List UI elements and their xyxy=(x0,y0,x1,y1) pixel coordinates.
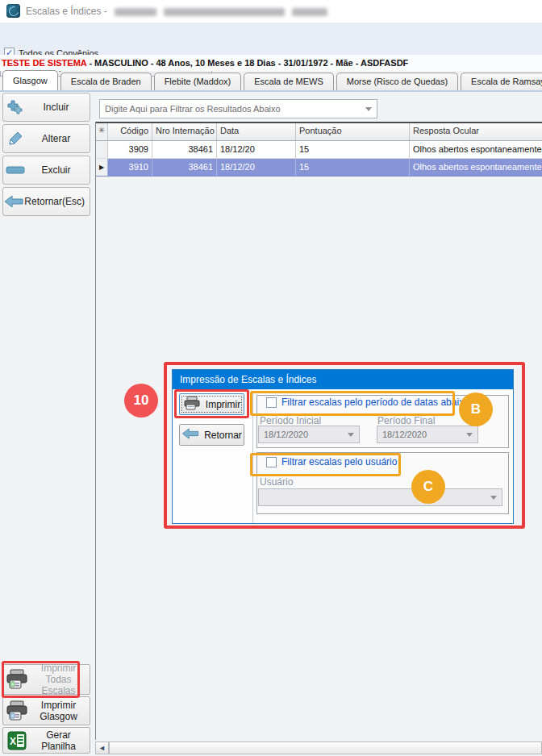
filter-user-checkbox[interactable] xyxy=(266,457,277,467)
cell-codigo: 3909 xyxy=(108,141,152,159)
horizontal-scrollbar[interactable]: ◄ xyxy=(95,741,542,754)
dialog-divider xyxy=(252,392,253,523)
retornar-esc-label: Retornar(Esc) xyxy=(24,196,90,207)
row-selector-header-icon[interactable]: ✳ xyxy=(96,123,108,140)
minus-icon xyxy=(3,166,27,174)
chevron-down-icon xyxy=(348,433,354,437)
convenios-strip: ✓ Todos os Convênios PARTICULAR xyxy=(0,23,542,55)
alterar-label: Alterar xyxy=(27,133,90,144)
imprimir-glasgow-button[interactable]: Imprimir Glasgow xyxy=(2,696,90,725)
add-plus-icon xyxy=(3,99,27,115)
cell-pontuacao: 15 xyxy=(296,141,410,159)
tab-glasgow[interactable]: Glasgow xyxy=(2,70,58,90)
annotation-badge-c: C xyxy=(411,470,445,504)
periodo-inicial-value: 18/12/2020 xyxy=(264,430,308,439)
annotation-badge-b: B xyxy=(459,393,493,426)
scale-tabs: Glasgow Escala de Braden Flebite (Maddox… xyxy=(0,71,542,90)
tab-morse-risco-de-quedas[interactable]: Morse (Risco de Quedas) xyxy=(336,73,458,90)
table-row[interactable]: 3909 38461 18/12/20 15 Olhos abertos esp… xyxy=(96,141,542,159)
filter-results-input[interactable]: Digite Aqui para Filtrar os Resultados A… xyxy=(99,99,377,118)
cell-resposta-ocular: Olhos abertos espontaneamente + xyxy=(410,141,542,159)
redacted-text xyxy=(115,8,156,16)
arrow-left-icon xyxy=(3,195,24,208)
chevron-down-icon xyxy=(466,433,473,437)
filter-period-label: Filtrar escalas pelo período de datas ab… xyxy=(281,397,469,408)
column-header-data[interactable]: Data xyxy=(217,123,296,140)
patient-details: - MASCULINO - 48 Anos, 10 Meses e 18 Dia… xyxy=(86,58,408,68)
filter-period-checkbox-row: Filtrar escalas pelo período de datas ab… xyxy=(263,397,473,408)
tab-content-divider xyxy=(0,90,542,92)
excluir-label: Excluir xyxy=(27,164,90,176)
tab-flebite-maddox[interactable]: Flebite (Maddox) xyxy=(154,73,242,90)
filter-user-checkbox-row: Filtrar escalas pelo usuário xyxy=(263,456,400,467)
redacted-text xyxy=(164,8,285,16)
periodo-final-select[interactable]: 18/12/2020 xyxy=(377,426,478,443)
title-bar: Escalas e Índices - xyxy=(0,0,542,23)
filter-user-label: Filtrar escalas pelo usuário xyxy=(281,456,397,467)
cell-codigo: 3910 xyxy=(108,159,152,177)
row-selector-cell xyxy=(96,141,108,159)
retornar-esc-button[interactable]: Retornar(Esc) xyxy=(2,187,90,216)
alterar-button[interactable]: Alterar xyxy=(2,124,90,153)
patient-name: TESTE DE SISTEMA xyxy=(2,58,86,68)
annotation-step-badge: 10 xyxy=(124,384,158,417)
printer-icon xyxy=(3,700,31,721)
chevron-down-icon xyxy=(490,496,497,500)
scrollbar-thumb[interactable] xyxy=(109,741,542,754)
pencil-icon xyxy=(3,131,27,147)
print-dialog-title: Impressão de Escalas e Índices xyxy=(173,370,513,389)
tab-escala-de-mews[interactable]: Escala de MEWS xyxy=(244,73,334,90)
imprimir-todas-escalas-button[interactable]: Imprimir Todas Escalas xyxy=(2,664,90,695)
imprimir-todas-label: Imprimir Todas Escalas xyxy=(31,663,90,696)
redacted-text xyxy=(292,8,327,16)
dialog-retornar-label: Retornar xyxy=(204,430,242,441)
tab-escala-de-braden[interactable]: Escala de Braden xyxy=(60,73,152,90)
excluir-button[interactable]: Excluir xyxy=(2,156,90,185)
gerar-planilha-label: Gerar Planilha xyxy=(31,729,90,752)
column-header-nro-internacao[interactable]: Nro Internação xyxy=(152,123,217,140)
cell-pontuacao: 15 xyxy=(296,159,410,177)
window-title-text: Escalas e Índices - xyxy=(26,6,107,17)
periodo-inicial-label: Período Inicial xyxy=(260,415,321,426)
printer-icon xyxy=(3,669,31,690)
excel-icon: X xyxy=(3,731,31,750)
tab-escala-de-ramsay[interactable]: Escala de Ramsay xyxy=(461,73,542,90)
gerar-planilha-button[interactable]: X Gerar Planilha xyxy=(2,727,90,754)
row-selector-arrow-icon: ▶ xyxy=(96,159,108,177)
table-row-selected[interactable]: ▶ 3910 38461 18/12/20 15 Olhos abertos e… xyxy=(96,159,542,177)
imprimir-label: Imprimir xyxy=(206,399,240,410)
imprimir-glasgow-label: Imprimir Glasgow xyxy=(31,700,90,722)
periodo-inicial-select[interactable]: 18/12/2020 xyxy=(258,426,360,443)
scroll-left-arrow-icon[interactable]: ◄ xyxy=(95,741,109,754)
app-window: Escalas e Índices - ✓ Todos os Convênios… xyxy=(0,0,542,756)
app-icon xyxy=(6,4,20,18)
grid-header-row: ✳ Código Nro Internação Data Pontuação R… xyxy=(96,122,542,141)
usuario-label: Usuário xyxy=(260,476,293,488)
incluir-label: Incluir xyxy=(27,102,90,113)
column-header-codigo[interactable]: Código xyxy=(108,123,152,140)
column-header-resposta-ocular[interactable]: Resposta Ocular xyxy=(410,123,542,140)
arrow-left-icon xyxy=(181,428,199,442)
filter-period-checkbox[interactable] xyxy=(266,397,277,408)
periodo-final-label: Período Final xyxy=(377,415,435,426)
cell-nro-internacao: 38461 xyxy=(152,141,217,159)
chevron-down-icon xyxy=(365,107,372,111)
incluir-button[interactable]: Incluir xyxy=(2,93,90,122)
dialog-retornar-button[interactable]: Retornar xyxy=(179,424,244,446)
cell-data: 18/12/20 xyxy=(217,141,296,159)
column-header-pontuacao[interactable]: Pontuação xyxy=(296,123,410,140)
filter-placeholder: Digite Aqui para Filtrar os Resultados A… xyxy=(105,104,281,114)
svg-text:X: X xyxy=(10,736,16,747)
periodo-final-value: 18/12/2020 xyxy=(382,430,427,439)
usuario-select[interactable] xyxy=(258,488,502,506)
cell-nro-internacao: 38461 xyxy=(152,159,217,177)
window-title: Escalas e Índices - xyxy=(26,6,327,17)
cell-resposta-ocular: Olhos abertos espontaneamente + xyxy=(410,159,542,177)
printer-icon xyxy=(183,396,201,413)
imprimir-button[interactable]: Imprimir xyxy=(179,393,244,415)
patient-info-bar: TESTE DE SISTEMA - MASCULINO - 48 Anos, … xyxy=(0,55,542,71)
cell-data: 18/12/20 xyxy=(217,159,296,177)
